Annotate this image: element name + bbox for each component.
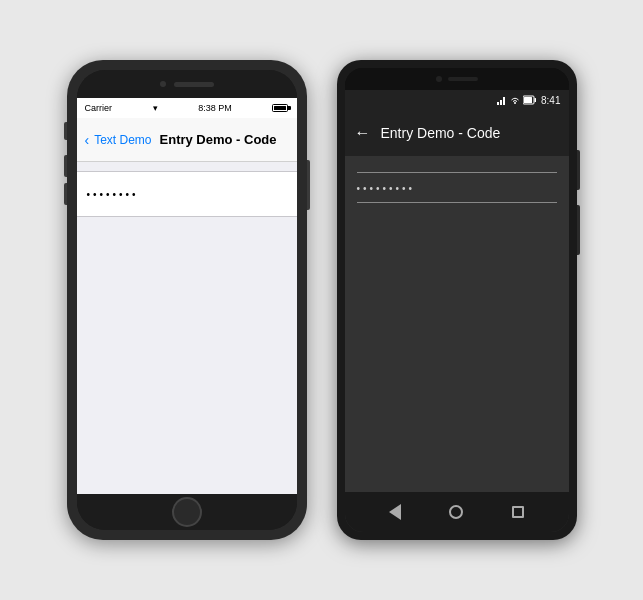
svg-rect-5 bbox=[524, 97, 532, 103]
ios-battery-icon bbox=[272, 104, 288, 112]
ios-battery-area bbox=[272, 104, 288, 112]
ios-phone: Carrier ▾ 8:38 PM ‹ Text Demo Entry Demo… bbox=[67, 60, 307, 540]
android-input-top-line bbox=[357, 172, 557, 173]
android-home-nav-button[interactable] bbox=[446, 502, 466, 522]
svg-rect-1 bbox=[500, 100, 502, 105]
android-status-bar: 8:41 bbox=[345, 90, 569, 110]
android-back-nav-icon bbox=[389, 504, 401, 520]
ios-volume-down-button bbox=[64, 183, 67, 205]
android-screen: 8:41 ← Entry Demo - Code ••••••••• bbox=[345, 90, 569, 532]
android-wifi-icon bbox=[510, 95, 520, 105]
ios-password-field[interactable]: •••••••• bbox=[87, 189, 139, 200]
ios-status-bar: Carrier ▾ 8:38 PM bbox=[77, 98, 297, 118]
ios-home-bar bbox=[77, 494, 297, 530]
ios-power-button bbox=[307, 160, 310, 210]
ios-mute-switch bbox=[64, 122, 67, 140]
svg-rect-4 bbox=[535, 98, 537, 102]
android-volume-button bbox=[577, 205, 580, 255]
ios-back-chevron-icon[interactable]: ‹ bbox=[85, 132, 90, 148]
ios-content: •••••••• bbox=[77, 162, 297, 494]
android-front-speaker bbox=[448, 77, 478, 81]
svg-rect-2 bbox=[503, 97, 505, 105]
ios-home-button[interactable] bbox=[172, 497, 202, 527]
android-battery-icon bbox=[523, 95, 537, 105]
android-status-icons bbox=[497, 95, 537, 105]
android-back-nav-button[interactable] bbox=[385, 502, 405, 522]
ios-table-section: •••••••• bbox=[77, 171, 297, 217]
ios-time-label: 8:38 PM bbox=[198, 103, 232, 113]
ios-nav-bar: ‹ Text Demo Entry Demo - Code bbox=[77, 118, 297, 162]
ios-wifi-icon: ▾ bbox=[153, 103, 158, 113]
android-toolbar-title: Entry Demo - Code bbox=[381, 125, 501, 141]
android-top-hardware bbox=[345, 68, 569, 90]
android-power-button bbox=[577, 150, 580, 190]
android-back-arrow-icon[interactable]: ← bbox=[355, 124, 371, 142]
ios-volume-up-button bbox=[64, 155, 67, 177]
android-home-nav-icon bbox=[449, 505, 463, 519]
ios-back-label[interactable]: Text Demo bbox=[94, 133, 151, 147]
android-input-bottom-line bbox=[357, 202, 557, 203]
android-toolbar: ← Entry Demo - Code bbox=[345, 110, 569, 156]
android-recents-nav-icon bbox=[512, 506, 524, 518]
android-content: ••••••••• bbox=[345, 156, 569, 492]
ios-camera bbox=[160, 81, 166, 87]
android-camera bbox=[436, 76, 442, 82]
android-time-label: 8:41 bbox=[541, 95, 560, 106]
android-password-field[interactable]: ••••••••• bbox=[357, 179, 557, 202]
svg-rect-0 bbox=[497, 102, 499, 105]
android-nav-bar bbox=[345, 492, 569, 532]
ios-speaker bbox=[174, 82, 214, 87]
ios-screen: Carrier ▾ 8:38 PM ‹ Text Demo Entry Demo… bbox=[77, 98, 297, 494]
ios-password-row[interactable]: •••••••• bbox=[77, 172, 297, 216]
ios-nav-title: Entry Demo - Code bbox=[160, 132, 277, 147]
ios-carrier-label: Carrier bbox=[85, 103, 113, 113]
ios-top-hardware bbox=[77, 70, 297, 98]
android-phone: 8:41 ← Entry Demo - Code ••••••••• bbox=[337, 60, 577, 540]
android-signal-icon bbox=[497, 95, 507, 105]
android-recents-nav-button[interactable] bbox=[508, 502, 528, 522]
